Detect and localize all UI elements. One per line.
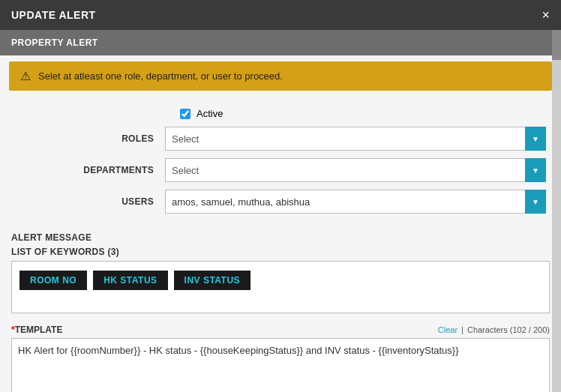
departments-select-wrapper: Select: [165, 158, 546, 182]
roles-row: ROLES Select: [15, 127, 546, 151]
alert-message-label: ALERT MESSAGE: [11, 232, 550, 243]
warning-text: Selet at atleast one role, department, o…: [38, 70, 283, 82]
active-row: Active: [15, 100, 546, 127]
keywords-box: ROOM NO HK STATUS INV STATUS: [11, 261, 550, 313]
warning-banner: ⚠ Selet at atleast one role, department,…: [9, 61, 552, 91]
roles-select[interactable]: Select: [165, 127, 546, 151]
separator: |: [461, 325, 464, 334]
roles-select-wrapper: Select: [165, 127, 546, 151]
active-checkbox[interactable]: [180, 109, 190, 119]
departments-select[interactable]: Select: [165, 158, 546, 182]
close-button[interactable]: ×: [542, 8, 550, 22]
scrollbar-track: [552, 30, 561, 392]
modal-title: UPDATE ALERT: [11, 9, 96, 21]
form-area: Active ROLES Select DEPARTMENTS Select: [0, 97, 561, 225]
keyword-inv-status[interactable]: INV STATUS: [174, 271, 251, 290]
alert-message-section: ALERT MESSAGE LIST OF KEYWORDS (3) ROOM …: [0, 225, 561, 317]
modal-header: UPDATE ALERT ×: [0, 0, 561, 30]
users-label: USERS: [15, 196, 165, 207]
template-header: *TEMPLATE Clear | Characters (102 / 200): [11, 325, 550, 335]
keyword-room-no[interactable]: ROOM NO: [20, 271, 87, 290]
departments-label: DEPARTMENTS: [15, 165, 165, 175]
template-textarea[interactable]: [11, 338, 550, 392]
modal-body: PROPERTY ALERT ⚠ Selet at atleast one ro…: [0, 30, 561, 392]
users-input[interactable]: [165, 190, 546, 214]
scrollbar-thumb[interactable]: [552, 30, 561, 60]
characters-count: Characters (102 / 200): [467, 325, 550, 334]
active-label[interactable]: Active: [196, 108, 223, 119]
users-wrapper: [165, 190, 546, 214]
template-meta: Clear | Characters (102 / 200): [438, 325, 550, 334]
section-header-property-alert: PROPERTY ALERT: [0, 30, 561, 55]
template-section: *TEMPLATE Clear | Characters (102 / 200): [0, 317, 561, 392]
template-label: *TEMPLATE: [11, 325, 62, 335]
section-header-label: PROPERTY ALERT: [11, 37, 98, 48]
clear-link[interactable]: Clear: [438, 325, 458, 334]
modal-container: UPDATE ALERT × PROPERTY ALERT ⚠ Selet at…: [0, 0, 561, 392]
roles-label: ROLES: [15, 133, 165, 144]
warning-icon: ⚠: [20, 69, 31, 83]
users-row: USERS: [15, 190, 546, 214]
keyword-hk-status[interactable]: HK STATUS: [93, 271, 167, 290]
keywords-label: LIST OF KEYWORDS (3): [11, 247, 550, 257]
departments-row: DEPARTMENTS Select: [15, 158, 546, 182]
